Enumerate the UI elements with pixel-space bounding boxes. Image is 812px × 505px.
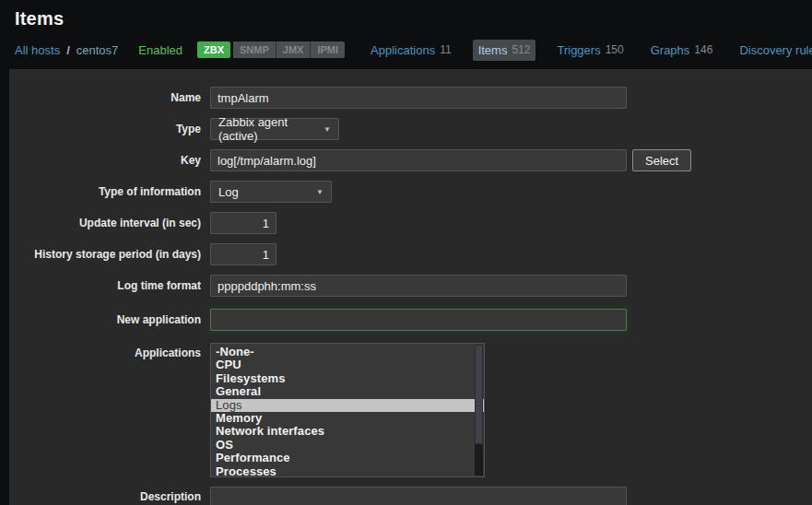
zbx-availability-badge: ZBX [197, 41, 230, 58]
scrollbar-thumb[interactable] [475, 345, 483, 444]
applications-scrollbar[interactable] [475, 345, 483, 476]
type-select-value: Zabbix agent (active) [218, 115, 311, 143]
breadcrumb-all-hosts-link[interactable]: All hosts [15, 43, 60, 57]
type-label: Type [9, 123, 201, 135]
applications-count: 11 [440, 43, 451, 56]
menu-item-items[interactable]: Items 512 [473, 40, 536, 61]
chevron-down-icon: ▼ [316, 188, 324, 196]
triggers-count: 150 [606, 43, 624, 56]
applications-option-network-interfaces[interactable]: Network interfaces [211, 425, 484, 438]
type-of-information-label: Type of information [9, 185, 201, 198]
item-form-panel: Name Type Zabbix agent (active) ▼ Key Se… [9, 69, 812, 505]
key-input[interactable] [210, 149, 627, 171]
description-textarea[interactable] [210, 487, 627, 505]
update-interval-input[interactable] [210, 212, 277, 234]
log-time-format-label: Log time format [9, 279, 201, 292]
snmp-availability-badge: SNMP [233, 41, 276, 58]
new-application-row: New application [9, 306, 812, 334]
page-header: Items [0, 0, 812, 33]
history-storage-row: History storage period (in days) [9, 243, 812, 265]
type-select[interactable]: Zabbix agent (active) ▼ [210, 118, 339, 140]
availability-badges: ZBX SNMP JMX IPMI [197, 41, 345, 58]
applications-label: Applications [9, 343, 201, 359]
applications-listbox[interactable]: -None- CPU Filesystems General Logs Memo… [210, 343, 485, 477]
type-row: Type Zabbix agent (active) ▼ [9, 118, 812, 140]
navbar: All hosts / centos7 Enabled ZBX SNMP JMX… [0, 33, 812, 66]
menu-item-triggers[interactable]: Triggers 150 [551, 40, 629, 61]
applications-option-logs[interactable]: Logs [211, 399, 484, 412]
applications-row: Applications -None- CPU Filesystems Gene… [9, 343, 812, 477]
update-interval-label: Update interval (in sec) [9, 217, 201, 229]
item-form: Name Type Zabbix agent (active) ▼ Key Se… [9, 69, 812, 505]
name-label: Name [9, 91, 201, 104]
breadcrumb: All hosts / centos7 [15, 43, 118, 57]
applications-option-cpu[interactable]: CPU [211, 358, 484, 371]
menu-item-graphs[interactable]: Graphs 146 [645, 40, 719, 61]
applications-option-general[interactable]: General [211, 385, 484, 398]
name-input[interactable] [210, 87, 627, 109]
applications-option-memory[interactable]: Memory [211, 412, 484, 425]
items-count: 512 [512, 43, 530, 56]
breadcrumb-host-link[interactable]: centos7 [76, 43, 119, 57]
page-title: Items [15, 8, 797, 29]
ipmi-availability-badge: IPMI [310, 41, 345, 58]
key-select-button[interactable]: Select [632, 149, 691, 171]
item-status-enabled[interactable]: Enabled [138, 43, 182, 57]
new-application-input[interactable] [210, 309, 627, 331]
history-storage-label: History storage period (in days) [9, 248, 201, 261]
log-time-format-input[interactable] [210, 275, 627, 297]
applications-link[interactable]: Applications [371, 43, 435, 57]
graphs-link[interactable]: Graphs [651, 43, 690, 57]
type-of-information-select[interactable]: Log ▼ [210, 181, 332, 203]
items-link[interactable]: Items [478, 43, 508, 57]
new-application-focus-ring [207, 306, 630, 334]
name-row: Name [9, 87, 812, 109]
graphs-count: 146 [694, 43, 712, 56]
discovery-rules-link[interactable]: Discovery rules [739, 43, 812, 57]
applications-option-processes[interactable]: Processes [211, 465, 484, 477]
chevron-down-icon: ▼ [324, 125, 331, 134]
menu-item-applications[interactable]: Applications 11 [365, 40, 457, 61]
key-row: Key Select [9, 149, 812, 171]
key-label: Key [9, 154, 201, 167]
update-interval-row: Update interval (in sec) [9, 212, 812, 234]
description-label: Description [9, 487, 201, 503]
new-application-label: New application [9, 313, 201, 326]
log-time-format-row: Log time format [9, 275, 812, 297]
history-storage-input[interactable] [210, 243, 277, 265]
description-row: Description [9, 487, 812, 505]
applications-option-none[interactable]: -None- [211, 346, 484, 358]
breadcrumb-separator: / [66, 43, 70, 57]
applications-option-performance[interactable]: Performance [211, 452, 484, 464]
triggers-link[interactable]: Triggers [557, 43, 600, 57]
type-of-information-row: Type of information Log ▼ [9, 181, 812, 203]
host-nav-menu: Applications 11 Items 512 Triggers 150 G… [365, 40, 812, 61]
type-of-information-value: Log [218, 185, 239, 199]
jmx-availability-badge: JMX [276, 41, 311, 58]
applications-option-os[interactable]: OS [211, 439, 484, 452]
applications-option-filesystems[interactable]: Filesystems [211, 372, 484, 385]
menu-item-discovery-rules[interactable]: Discovery rules 2 [734, 40, 812, 61]
